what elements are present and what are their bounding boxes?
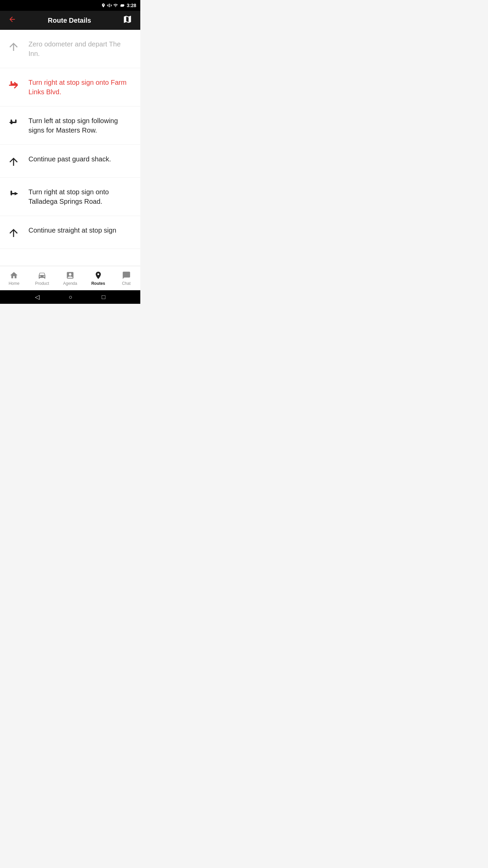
nav-item-home[interactable]: Home — [0, 266, 28, 290]
bottom-navigation: Home Product Agenda Routes Chat — [0, 266, 140, 290]
nav-label-chat: Chat — [122, 281, 130, 286]
route-step-3: Turn left at stop sign following signs f… — [0, 106, 140, 145]
step-6-text: Continue straight at stop sign — [28, 225, 134, 235]
route-steps-content: Zero odometer and depart The Inn. Turn r… — [0, 30, 140, 266]
nav-label-routes: Routes — [91, 281, 105, 286]
signal-icon — [113, 3, 118, 8]
step-5-text: Turn right at stop sign onto Talladega S… — [28, 187, 134, 206]
nav-label-home: Home — [8, 281, 19, 286]
route-step-1: Zero odometer and depart The Inn. — [0, 30, 140, 68]
step-3-icon — [5, 116, 22, 131]
nav-item-product[interactable]: Product — [28, 266, 56, 290]
nav-item-agenda[interactable]: Agenda — [56, 266, 84, 290]
route-step-6: Continue straight at stop sign — [0, 216, 140, 249]
product-icon — [38, 271, 46, 280]
status-icons: 3:28 — [101, 3, 136, 8]
back-button[interactable] — [5, 13, 19, 28]
agenda-icon — [66, 271, 75, 280]
app-header: Route Details — [0, 11, 140, 30]
nav-item-routes[interactable]: Routes — [84, 266, 112, 290]
svg-rect-1 — [124, 5, 124, 6]
nav-item-chat[interactable]: Chat — [112, 266, 140, 290]
step-1-icon — [5, 39, 22, 53]
recents-system-button[interactable]: □ — [102, 294, 105, 301]
home-system-button[interactable]: ○ — [69, 294, 73, 301]
route-step-2: Turn right at stop sign onto Farm Links … — [0, 68, 140, 106]
map-button[interactable] — [120, 12, 135, 29]
routes-icon — [94, 271, 103, 280]
step-6-icon — [5, 225, 22, 239]
nav-label-product: Product — [35, 281, 49, 286]
route-step-5: Turn right at stop sign onto Talladega S… — [0, 178, 140, 216]
step-5-icon — [5, 187, 22, 202]
step-4-text: Continue past guard shack. — [28, 154, 134, 164]
svg-marker-5 — [15, 192, 18, 195]
step-3-text: Turn left at stop sign following signs f… — [28, 116, 134, 135]
status-bar: 3:28 — [0, 0, 140, 11]
status-time: 3:28 — [127, 3, 136, 8]
step-1-text: Zero odometer and depart The Inn. — [28, 39, 134, 58]
nav-label-agenda: Agenda — [63, 281, 77, 286]
chat-icon — [122, 271, 131, 280]
step-2-icon — [5, 78, 22, 93]
system-navigation-bar: ◁ ○ □ — [0, 290, 140, 304]
back-system-button[interactable]: ◁ — [35, 293, 40, 301]
step-4-icon — [5, 154, 22, 168]
page-title: Route Details — [48, 17, 91, 24]
battery-icon — [119, 3, 125, 8]
vibrate-icon — [107, 3, 112, 8]
svg-rect-2 — [121, 5, 123, 7]
home-icon — [9, 271, 18, 280]
location-icon — [101, 3, 106, 8]
route-step-4: Continue past guard shack. — [0, 145, 140, 178]
step-2-text: Turn right at stop sign onto Farm Links … — [28, 78, 134, 97]
